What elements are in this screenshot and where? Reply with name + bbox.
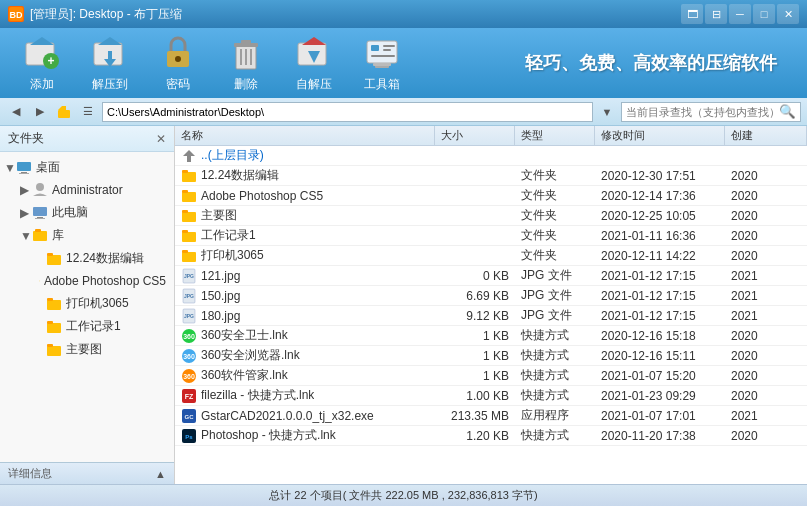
- table-row[interactable]: 工作记录1 文件夹 2021-01-11 16:36 2020: [175, 226, 807, 246]
- sidebar-item-administrator[interactable]: ▶ Administrator: [0, 179, 174, 201]
- table-row[interactable]: 打印机3065 文件夹 2020-12-11 14:22 2020: [175, 246, 807, 266]
- delete-button[interactable]: 删除: [214, 30, 278, 97]
- folder-icon-photoshop: [39, 273, 40, 289]
- svg-text:GC: GC: [185, 414, 195, 420]
- sidebar-item-library[interactable]: ▼ 库: [0, 224, 174, 247]
- file-cell-created: [725, 155, 807, 157]
- tools-button[interactable]: 工具箱: [350, 30, 414, 97]
- table-row[interactable]: 360 360安全浏览器.lnk 1 KB 快捷方式 2020-12-16 15…: [175, 346, 807, 366]
- delete-icon: [226, 34, 266, 74]
- svg-rect-30: [19, 173, 29, 174]
- status-text: 总计 22 个项目( 文件共 222.05 MB , 232,836,813 字…: [269, 488, 537, 503]
- sidebar-item-main-map[interactable]: 主要图: [0, 338, 174, 361]
- file-cell-name: 360 360安全卫士.lnk: [175, 326, 435, 345]
- col-header-name[interactable]: 名称: [175, 126, 435, 145]
- col-header-size[interactable]: 大小: [435, 126, 515, 145]
- table-row[interactable]: GC GstarCAD2021.0.0.0_tj_x32.exe 213.35 …: [175, 406, 807, 426]
- table-row[interactable]: 360 360安全卫士.lnk 1 KB 快捷方式 2020-12-16 15:…: [175, 326, 807, 346]
- file-cell-size: [435, 155, 515, 157]
- expand-desktop[interactable]: ▼: [4, 161, 14, 175]
- table-row[interactable]: Ps Photoshop - 快捷方式.lnk 1.20 KB 快捷方式 202…: [175, 426, 807, 446]
- table-row[interactable]: Adobe Photoshop CS5 文件夹 2020-12-14 17:36…: [175, 186, 807, 206]
- file-cell-created: 2020: [725, 208, 807, 224]
- sidebar-item-work-log[interactable]: 工作记录1: [0, 315, 174, 338]
- expand-data-edit[interactable]: [34, 252, 44, 266]
- up-icon: [181, 148, 197, 164]
- file-cell-type: [515, 155, 595, 157]
- file-name-text: 360安全卫士.lnk: [201, 327, 288, 344]
- sidebar-close-btn[interactable]: ✕: [156, 132, 166, 146]
- minimize-btn[interactable]: ─: [729, 4, 751, 24]
- sidebar-item-thispc[interactable]: ▶ 此电脑: [0, 201, 174, 224]
- expand-administrator[interactable]: ▶: [20, 183, 30, 197]
- file-cell-name: ..(上层目录): [175, 146, 435, 165]
- svg-rect-55: [182, 232, 196, 242]
- file-cell-name: 12.24数据编辑: [175, 166, 435, 185]
- expand-library[interactable]: ▼: [20, 229, 30, 243]
- table-row[interactable]: FZ filezilla - 快捷方式.lnk 1.00 KB 快捷方式 202…: [175, 386, 807, 406]
- address-dropdown-btn[interactable]: ▼: [597, 102, 617, 122]
- tools-label: 工具箱: [364, 76, 400, 93]
- extract-button[interactable]: 解压到: [78, 30, 142, 97]
- file-cell-modified: 2020-12-25 10:05: [595, 208, 725, 224]
- up-btn[interactable]: [54, 102, 74, 122]
- resize-btn[interactable]: 🗖: [681, 4, 703, 24]
- extract-label: 解压到: [92, 76, 128, 93]
- table-row[interactable]: JPG 121.jpg 0 KB JPG 文件 2021-01-12 17:15…: [175, 266, 807, 286]
- file-name-text: 150.jpg: [201, 289, 240, 303]
- svg-rect-46: [47, 344, 53, 347]
- maximize-btn[interactable]: □: [753, 4, 775, 24]
- list-view-btn[interactable]: ☰: [78, 102, 98, 122]
- table-row[interactable]: ..(上层目录): [175, 146, 807, 166]
- sidebar-footer-arrow[interactable]: ▲: [155, 468, 166, 480]
- svg-rect-42: [47, 298, 53, 301]
- file-cell-modified: 2021-01-23 09:29: [595, 388, 725, 404]
- file-cell-size: 6.69 KB: [435, 288, 515, 304]
- col-header-type[interactable]: 类型: [515, 126, 595, 145]
- col-header-created[interactable]: 创建: [725, 126, 807, 145]
- self-extract-button[interactable]: 自解压: [282, 30, 346, 97]
- file-cell-type: 快捷方式: [515, 386, 595, 405]
- file-cell-size: [435, 255, 515, 257]
- expand-thispc[interactable]: ▶: [20, 206, 30, 220]
- add-button[interactable]: + 添加: [10, 30, 74, 97]
- sidebar-item-printer[interactable]: 打印机3065: [0, 292, 174, 315]
- table-row[interactable]: JPG 180.jpg 9.12 KB JPG 文件 2021-01-12 17…: [175, 306, 807, 326]
- table-row[interactable]: 主要图 文件夹 2020-12-25 10:05 2020: [175, 206, 807, 226]
- search-input[interactable]: [626, 106, 779, 118]
- sidebar-label-data-edit: 12.24数据编辑: [66, 250, 144, 267]
- file-cell-modified: 2021-01-11 16:36: [595, 228, 725, 244]
- file-cell-size: 1 KB: [435, 328, 515, 344]
- folder-icon: [181, 248, 197, 264]
- back-btn[interactable]: ◀: [6, 102, 26, 122]
- svg-marker-18: [302, 37, 326, 45]
- desktop-icon: [16, 160, 32, 176]
- sidebar-header-label: 文件夹: [8, 130, 44, 147]
- svg-rect-54: [182, 210, 188, 213]
- file-cell-size: [435, 175, 515, 177]
- file-cell-type: 文件夹: [515, 246, 595, 265]
- sidebar-item-desktop[interactable]: ▼ 桌面: [0, 156, 174, 179]
- sidebar-item-photoshop[interactable]: Adobe Photoshop CS5: [0, 270, 174, 292]
- search-btn[interactable]: 🔍: [779, 104, 796, 119]
- sidebar-tree: ▼ 桌面 ▶ Administrator ▶: [0, 152, 174, 462]
- col-header-modified[interactable]: 修改时间: [595, 126, 725, 145]
- table-row[interactable]: 360 360软件管家.lnk 1 KB 快捷方式 2021-01-07 15:…: [175, 366, 807, 386]
- tile-btn[interactable]: ⊟: [705, 4, 727, 24]
- password-button[interactable]: 密码: [146, 30, 210, 97]
- table-row[interactable]: JPG 150.jpg 6.69 KB JPG 文件 2021-01-12 17…: [175, 286, 807, 306]
- computer-icon: [32, 205, 48, 221]
- svg-rect-48: [187, 156, 191, 162]
- svg-point-31: [36, 183, 44, 191]
- forward-btn[interactable]: ▶: [30, 102, 50, 122]
- table-row[interactable]: 12.24数据编辑 文件夹 2020-12-30 17:51 2020: [175, 166, 807, 186]
- photoshop-icon: Ps: [181, 428, 197, 444]
- close-btn[interactable]: ✕: [777, 4, 799, 24]
- file-cell-name: GC GstarCAD2021.0.0.0_tj_x32.exe: [175, 407, 435, 425]
- svg-rect-26: [373, 63, 391, 66]
- file-name-text: Adobe Photoshop CS5: [201, 189, 323, 203]
- 360mgr-icon: 360: [181, 368, 197, 384]
- file-name-text: 121.jpg: [201, 269, 240, 283]
- sidebar-item-data-edit[interactable]: 12.24数据编辑: [0, 247, 174, 270]
- address-input[interactable]: [102, 102, 593, 122]
